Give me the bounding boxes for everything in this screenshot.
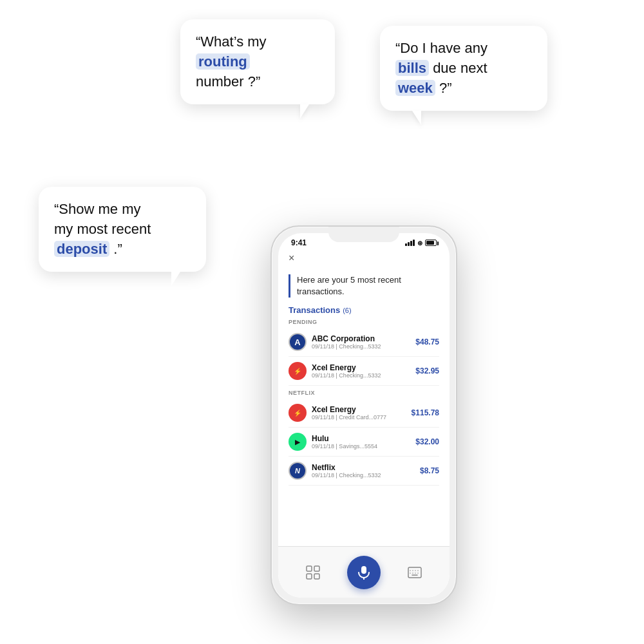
keyboard-icon[interactable] xyxy=(404,562,425,583)
transactions-label: Transactions xyxy=(289,305,340,315)
xcel2-name: Xcel Energy xyxy=(312,405,406,414)
section-pending: PENDING xyxy=(289,319,439,325)
svg-rect-3 xyxy=(314,574,319,579)
phone-screen: 9:41 ⊛ × Here xyxy=(278,233,450,598)
hulu-details: Hulu 09/11/18 | Savings...5554 xyxy=(312,434,410,450)
speech-bubble-deposit: “Show me my my most recent deposit .” xyxy=(39,187,206,272)
xcel2-meta: 09/11/18 | Credit Card...0777 xyxy=(312,414,406,421)
bubble-deposit-text1: “Show me my xyxy=(54,201,140,217)
phone-notch xyxy=(328,227,399,242)
xcel1-meta: 09/11/18 | Checking...5332 xyxy=(312,372,410,379)
transactions-header: Transactions (6) xyxy=(289,305,439,315)
abc-icon: A xyxy=(289,333,307,351)
battery-icon xyxy=(425,240,437,246)
hulu-amount: $32.00 xyxy=(415,437,439,446)
transactions-count: (6) xyxy=(343,307,351,314)
microphone-button[interactable] xyxy=(347,556,381,589)
xcel1-amount: $32.95 xyxy=(415,366,439,375)
xcel2-details: Xcel Energy 09/11/18 | Credit Card...077… xyxy=(312,405,406,421)
xcel1-details: Xcel Energy 09/11/18 | Checking...5332 xyxy=(312,363,410,379)
netflix-amount: $8.75 xyxy=(420,466,439,475)
abc-meta: 09/11/18 | Checking...5332 xyxy=(312,343,410,350)
bubble-deposit-highlight: deposit xyxy=(54,241,109,257)
grid-icon[interactable] xyxy=(303,562,323,583)
xcel1-name: Xcel Energy xyxy=(312,363,410,372)
status-icons: ⊛ xyxy=(405,240,437,247)
netflix-details: Netflix 09/11/18 | Checking...5332 xyxy=(312,463,415,478)
hulu-icon: ▶ xyxy=(289,433,307,451)
transaction-item-xcel1: ⚡ Xcel Energy 09/11/18 | Checking...5332… xyxy=(289,357,439,386)
wifi-icon: ⊛ xyxy=(417,240,422,247)
svg-rect-0 xyxy=(307,566,312,571)
hulu-name: Hulu xyxy=(312,434,410,443)
abc-name: ABC Corporation xyxy=(312,334,410,343)
bubble-routing-suffix: ?” xyxy=(244,73,261,90)
bubble-bills-highlight2: week xyxy=(395,80,435,96)
speech-bubble-bills: “Do I have any bills due next week ?” xyxy=(380,26,547,111)
bubble-bills-text1: “Do I have any xyxy=(395,40,488,56)
bubble-deposit-text2: my most recent xyxy=(54,221,151,237)
close-button[interactable]: × xyxy=(289,250,439,269)
bubble-routing-text1: “What’s my xyxy=(196,33,267,50)
transaction-item-hulu: ▶ Hulu 09/11/18 | Savings...5554 $32.00 xyxy=(289,428,439,457)
section-netflix: Netflix xyxy=(289,390,439,396)
phone-mockup: 9:41 ⊛ × Here xyxy=(270,225,457,605)
hulu-meta: 09/11/18 | Savings...5554 xyxy=(312,443,410,450)
netflix-name: Netflix xyxy=(312,463,415,472)
svg-rect-2 xyxy=(307,574,312,579)
screen-content: × Here are your 5 most recent transactio… xyxy=(278,250,450,556)
bubble-bills-suffix: ?” xyxy=(435,80,452,96)
bubble-routing-text2: number xyxy=(196,73,244,90)
bubble-bills-highlight: bills xyxy=(395,60,429,76)
phone-outer: 9:41 ⊛ × Here xyxy=(270,225,457,605)
xcel1-icon: ⚡ xyxy=(289,362,307,380)
transaction-item-xcel2: ⚡ Xcel Energy 09/11/18 | Credit Card...0… xyxy=(289,399,439,428)
svg-rect-4 xyxy=(361,566,366,574)
signal-icon xyxy=(405,240,415,246)
xcel2-icon: ⚡ xyxy=(289,404,307,422)
abc-amount: $48.75 xyxy=(415,337,439,346)
netflix-icon: N xyxy=(289,462,307,480)
transaction-item-netflix: N Netflix 09/11/18 | Checking...5332 $8.… xyxy=(289,457,439,486)
assistant-message: Here are your 5 most recent transactions… xyxy=(289,274,439,298)
speech-bubble-routing: “What’s my routing number ?” xyxy=(180,19,335,104)
xcel2-amount: $115.78 xyxy=(412,408,439,417)
status-time: 9:41 xyxy=(291,238,307,247)
transaction-item-abc: A ABC Corporation 09/11/18 | Checking...… xyxy=(289,328,439,357)
svg-rect-6 xyxy=(408,567,421,578)
abc-details: ABC Corporation 09/11/18 | Checking...53… xyxy=(312,334,410,350)
bubble-deposit-suffix: .” xyxy=(109,241,122,257)
svg-rect-1 xyxy=(314,566,319,571)
phone-bottom-bar xyxy=(278,546,450,598)
bubble-routing-highlight: routing xyxy=(196,53,250,70)
bubble-bills-text2: due next xyxy=(429,60,488,76)
netflix-meta: 09/11/18 | Checking...5332 xyxy=(312,472,415,478)
